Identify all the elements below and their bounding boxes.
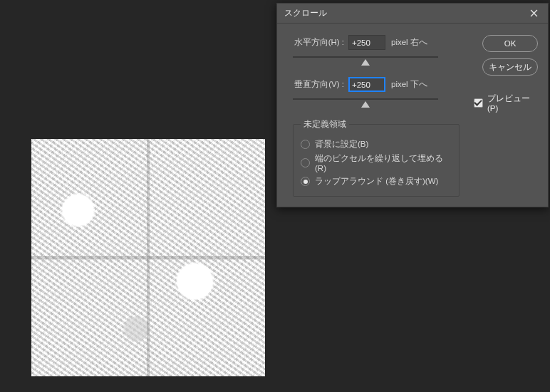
canvas-image[interactable] bbox=[31, 139, 265, 376]
radio-label: ラップアラウンド (巻き戻す)(W) bbox=[315, 176, 438, 187]
radio-background[interactable]: 背景に設定(B) bbox=[301, 139, 452, 150]
dialog-title: スクロール bbox=[284, 7, 524, 19]
close-icon bbox=[530, 9, 538, 17]
horizontal-slider[interactable] bbox=[293, 54, 438, 70]
preview-checkbox-row[interactable]: プレビュー(P) bbox=[474, 93, 538, 113]
radio-icon bbox=[301, 158, 310, 167]
slider-track bbox=[293, 98, 438, 100]
radio-icon bbox=[301, 177, 310, 186]
scroll-dialog: スクロール 水平方向(H) : pixel 右へ 垂直方向(V) : pixel… bbox=[276, 3, 549, 207]
vertical-input[interactable] bbox=[348, 77, 385, 92]
vertical-label: 垂直方向(V) : bbox=[287, 79, 348, 90]
horizontal-input[interactable] bbox=[348, 35, 385, 50]
vertical-slider[interactable] bbox=[293, 96, 438, 112]
vertical-unit: pixel 下へ bbox=[391, 79, 427, 90]
undefined-area-legend: 未定義領域 bbox=[301, 119, 349, 130]
radio-label: 背景に設定(B) bbox=[315, 139, 368, 150]
ok-button[interactable]: OK bbox=[482, 35, 538, 52]
radio-icon bbox=[301, 140, 310, 149]
slider-thumb[interactable] bbox=[361, 59, 370, 66]
radio-repeat-edge[interactable]: 端のピクセルを繰り返して埋める (R) bbox=[301, 153, 452, 172]
cancel-button[interactable]: キャンセル bbox=[482, 58, 538, 76]
checkbox-icon bbox=[474, 98, 483, 108]
radio-label: 端のピクセルを繰り返して埋める (R) bbox=[315, 153, 452, 172]
preview-label: プレビュー(P) bbox=[487, 93, 538, 113]
horizontal-unit: pixel 右へ bbox=[391, 37, 427, 48]
slider-thumb[interactable] bbox=[361, 101, 370, 108]
close-button[interactable] bbox=[524, 6, 544, 21]
dialog-titlebar[interactable]: スクロール bbox=[277, 4, 548, 24]
horizontal-label: 水平方向(H) : bbox=[287, 37, 348, 48]
undefined-area-group: 未定義領域 背景に設定(B) 端のピクセルを繰り返して埋める (R) ラップアラ… bbox=[293, 119, 460, 197]
slider-track bbox=[293, 56, 438, 58]
radio-wrap-around[interactable]: ラップアラウンド (巻き戻す)(W) bbox=[301, 176, 452, 187]
